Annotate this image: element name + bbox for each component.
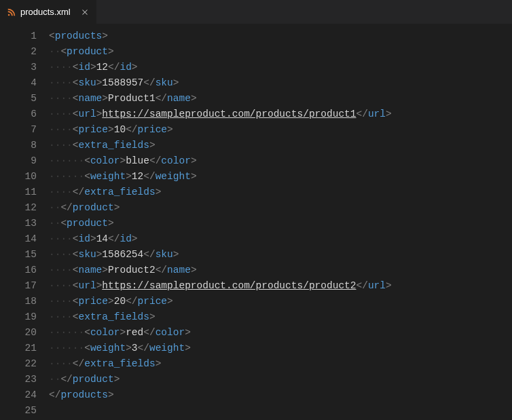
xml-tag: id — [79, 62, 90, 73]
bracket: < — [73, 296, 79, 307]
code-content[interactable]: ··</product> — [49, 200, 120, 216]
xml-tag: product — [73, 202, 114, 213]
code-line[interactable]: 19····<extra_fields> — [0, 309, 392, 325]
bracket: </ — [73, 358, 84, 369]
code-content[interactable]: ······<color>blue</color> — [49, 153, 197, 169]
code-line[interactable]: 2··<product> — [0, 44, 392, 60]
text: 1586254 — [102, 249, 143, 260]
code-line[interactable]: 25 — [0, 403, 392, 419]
code-content[interactable]: ····</extra_fields> — [49, 356, 161, 372]
bracket: > — [156, 358, 162, 369]
code-content[interactable]: ··</product> — [49, 372, 120, 387]
bracket: < — [84, 155, 90, 166]
code-line[interactable]: 3····<id>12</id> — [0, 60, 392, 75]
xml-tag: weight — [90, 343, 126, 354]
bracket: > — [149, 140, 156, 151]
code-content[interactable]: ····<sku>1588957</sku> — [49, 75, 179, 91]
code-line[interactable]: 10······<weight>12</weight> — [0, 169, 392, 185]
bracket: > — [102, 31, 108, 41]
code-content[interactable]: ····<price>20</price> — [49, 294, 173, 309]
line-number: 16 — [0, 263, 49, 278]
code-line[interactable]: 22····</extra_fields> — [0, 356, 392, 372]
line-number: 7 — [0, 122, 49, 138]
code-line[interactable]: 11····</extra_fields> — [0, 185, 392, 200]
code-line[interactable]: 6····<url>https://sampleproduct.com/prod… — [0, 107, 392, 122]
code-line[interactable]: 5····<name>Product1</name> — [0, 91, 392, 107]
bracket: > — [191, 171, 197, 182]
line-number: 5 — [0, 91, 49, 107]
bracket: </ — [126, 124, 137, 135]
bracket: > — [120, 327, 126, 338]
xml-tag: name — [79, 265, 103, 275]
bracket: < — [84, 327, 90, 338]
code-content[interactable]: ····<extra_fields> — [49, 309, 156, 325]
xml-tag: products — [55, 31, 103, 41]
code-content[interactable]: ··<product> — [49, 44, 114, 60]
code-content[interactable]: ······<weight>3</weight> — [49, 341, 191, 356]
line-number: 9 — [0, 153, 49, 169]
xml-tag: sku — [79, 249, 96, 260]
xml-tag: price — [138, 124, 168, 135]
code-content[interactable]: ····<id>14</id> — [49, 231, 138, 247]
code-content[interactable]: ····<sku>1586254</sku> — [49, 247, 179, 263]
editor[interactable]: 1<products>2··<product>3····<id>12</id>4… — [0, 24, 512, 419]
code-content[interactable]: ······<weight>12</weight> — [49, 169, 197, 185]
code-content[interactable]: ····<url>https://sampleproduct.com/produ… — [49, 278, 392, 294]
text: 1588957 — [102, 77, 143, 88]
bracket: > — [185, 327, 191, 338]
code-line[interactable]: 12··</product> — [0, 200, 392, 216]
text: 10 — [114, 124, 126, 135]
line-number: 4 — [0, 75, 49, 91]
code-content[interactable]: </products> — [49, 387, 114, 403]
line-number: 12 — [0, 200, 49, 216]
code-content[interactable]: ······<color>red</color> — [49, 325, 191, 341]
code-content[interactable]: ····<id>12</id> — [49, 60, 138, 75]
code-line[interactable]: 14····<id>14</id> — [0, 231, 392, 247]
bracket: < — [60, 46, 67, 57]
code-content[interactable]: <products> — [49, 28, 108, 44]
code-line[interactable]: 21······<weight>3</weight> — [0, 341, 392, 356]
xml-file-icon — [7, 7, 16, 17]
code-line[interactable]: 16····<name>Product2</name> — [0, 263, 392, 278]
code-content[interactable]: ··<product> — [49, 216, 114, 231]
bracket: </ — [143, 171, 155, 182]
code-line[interactable]: 17····<url>https://sampleproduct.com/pro… — [0, 278, 392, 294]
xml-tag: price — [79, 296, 109, 307]
code-line[interactable]: 20······<color>red</color> — [0, 325, 392, 341]
code-line[interactable]: 15····<sku>1586254</sku> — [0, 247, 392, 263]
code-line[interactable]: 7····<price>10</price> — [0, 122, 392, 138]
code-line[interactable]: 18····<price>20</price> — [0, 294, 392, 309]
bracket: > — [191, 265, 197, 275]
text: 12 — [132, 171, 143, 182]
code-content[interactable]: ····<price>10</price> — [49, 122, 173, 138]
close-icon[interactable] — [80, 7, 90, 17]
tab-products-xml[interactable]: products.xml — [0, 0, 97, 24]
code-content[interactable]: ····</extra_fields> — [49, 185, 161, 200]
bracket: > — [173, 77, 179, 88]
bracket: </ — [356, 109, 368, 119]
bracket: > — [185, 343, 191, 354]
bracket: < — [73, 93, 79, 104]
line-number: 25 — [0, 403, 49, 419]
code-line[interactable]: 4····<sku>1588957</sku> — [0, 75, 392, 91]
xml-tag: url — [368, 280, 386, 291]
bracket: > — [126, 171, 132, 182]
code-line[interactable]: 1<products> — [0, 28, 392, 44]
code-line[interactable]: 23··</product> — [0, 372, 392, 387]
bracket: </ — [108, 233, 120, 244]
code-content[interactable]: ····<name>Product1</name> — [49, 91, 197, 107]
xml-tag: sku — [79, 77, 96, 88]
code-line[interactable]: 9······<color>blue</color> — [0, 153, 392, 169]
code-content[interactable]: ····<name>Product2</name> — [49, 263, 197, 278]
code-line[interactable]: 13··<product> — [0, 216, 392, 231]
code-content[interactable]: ····<url>https://sampleproduct.com/produ… — [49, 107, 392, 122]
xml-tag: url — [79, 280, 96, 291]
code-line[interactable]: 24</products> — [0, 387, 392, 403]
xml-tag: name — [79, 93, 103, 104]
tab-bar: products.xml — [0, 0, 512, 24]
code-content[interactable]: ····<extra_fields> — [49, 138, 156, 153]
bracket: </ — [60, 202, 72, 213]
code-line[interactable]: 8····<extra_fields> — [0, 138, 392, 153]
xml-tag: extra_fields — [79, 140, 149, 151]
xml-tag: color — [161, 155, 191, 166]
